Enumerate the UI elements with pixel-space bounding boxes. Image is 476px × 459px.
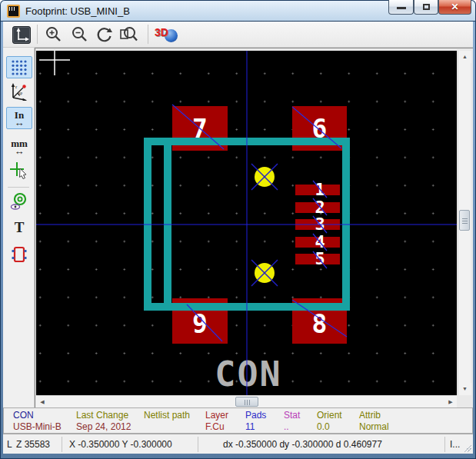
- polar-coords-icon: r φ: [10, 82, 28, 101]
- status-divider: [62, 437, 62, 452]
- reference-label: CON: [13, 410, 34, 421]
- footprint-edges-button[interactable]: [6, 243, 32, 265]
- status-divider: [444, 437, 445, 452]
- mounting-hole[interactable]: [255, 263, 275, 283]
- stat-label: Stat: [284, 410, 300, 421]
- 3d-viewer-button[interactable]: 3D: [153, 25, 179, 45]
- pad-number: 7: [172, 114, 228, 144]
- netlist-path-label: Netlist path: [144, 410, 190, 421]
- fit-footprint-icon: [12, 26, 31, 44]
- zoom-in-button[interactable]: [43, 25, 65, 45]
- top-toolbar: 3D: [3, 22, 473, 48]
- zoom-in-icon: [45, 25, 63, 44]
- maximize-button[interactable]: [414, 0, 438, 15]
- zoom-level: Z 35583: [16, 439, 50, 450]
- mounting-hole[interactable]: [255, 167, 275, 187]
- footprint-edges-icon: [10, 245, 28, 264]
- last-change-value: Sep 24, 2012: [76, 421, 131, 432]
- reference-text[interactable]: CON: [208, 354, 288, 394]
- horizontal-scrollbar[interactable]: ◀ ▶: [36, 395, 457, 407]
- horizontal-arrow-icon: ↔: [15, 119, 25, 126]
- grid-toggle-button[interactable]: [6, 56, 32, 78]
- toolbar-separator: [37, 25, 38, 44]
- stat-value: ..: [284, 421, 289, 432]
- pad-number: 5: [310, 249, 330, 268]
- pad-display-icon: [10, 192, 28, 211]
- close-button[interactable]: ✕: [438, 0, 471, 15]
- thumb-grip: [245, 400, 245, 405]
- status-divider: [198, 437, 198, 452]
- horizontal-scroll-thumb[interactable]: [235, 397, 258, 407]
- scroll-up-button[interactable]: ▲: [458, 51, 471, 63]
- toolbar-separator: [8, 187, 29, 188]
- last-change-label: Last Change: [76, 410, 128, 421]
- fit-footprint-button[interactable]: [11, 25, 32, 45]
- pad-display-button[interactable]: [6, 190, 32, 212]
- svg-text:φ: φ: [19, 90, 22, 96]
- orient-label: Orient: [317, 410, 342, 421]
- app-icon: [7, 5, 20, 18]
- layer-label: Layer: [205, 410, 228, 421]
- scroll-down-button[interactable]: ▼: [458, 383, 471, 395]
- layer-value: F.Cu: [205, 421, 225, 432]
- 3d-label: 3D: [155, 26, 168, 38]
- polar-coords-button[interactable]: r φ: [6, 80, 32, 102]
- zoom-selection-icon: [118, 25, 138, 44]
- relative-position: dx -0.350000 dy -0.300000 d 0.460977: [223, 439, 382, 450]
- pad-number: 3: [310, 215, 330, 234]
- scroll-left-button[interactable]: ◀: [36, 396, 48, 408]
- app-window: Footprint: USB_MINI_B ✕: [0, 0, 476, 459]
- pads-count: 11: [245, 421, 255, 432]
- left-toolbar: r φ In ↔ mm ↔: [3, 48, 35, 407]
- units-indicator: I...: [450, 439, 460, 450]
- maximize-icon: [423, 4, 430, 10]
- vertical-scrollbar[interactable]: ▲ ▼: [458, 51, 471, 395]
- zoom-out-icon: [71, 25, 89, 44]
- redraw-button[interactable]: [94, 25, 115, 45]
- close-icon: ✕: [451, 2, 458, 12]
- canvas-frame: 7 6 9 8 1 2 3 4 5 CON: [35, 48, 473, 407]
- mode-indicator: L: [7, 439, 12, 450]
- pad-number: 6: [292, 114, 347, 144]
- status-bar: L Z 35583 X -0.350000 Y -0.300000 dx -0.…: [3, 434, 473, 454]
- scroll-right-button[interactable]: ▶: [444, 396, 457, 408]
- pad-number: 1: [310, 180, 330, 199]
- cursor-shape-button[interactable]: [6, 158, 32, 181]
- pad-number: 8: [292, 309, 347, 339]
- units-inches-button[interactable]: In ↔: [6, 107, 32, 129]
- cursor-position: X -0.350000 Y -0.300000: [69, 439, 172, 450]
- title-bar: Footprint: USB_MINI_B ✕: [0, 0, 476, 22]
- zoom-out-button[interactable]: [69, 25, 91, 45]
- footprint-info-panel: CON USB-Mini-B Last Change Sep 24, 2012 …: [3, 407, 473, 434]
- resize-grip[interactable]: [464, 444, 471, 452]
- toolbar-separator: [148, 25, 148, 44]
- horizontal-arrow-icon: ↔: [15, 148, 25, 155]
- attrib-value: Normal: [359, 421, 389, 432]
- minimize-icon: [397, 7, 406, 9]
- text-icon: T: [15, 219, 25, 236]
- vertical-scroll-thumb[interactable]: [459, 210, 470, 231]
- grid-icon: [11, 59, 28, 76]
- value-label: USB-Mini-B: [13, 421, 62, 432]
- svg-text:r: r: [15, 84, 18, 90]
- editor-canvas[interactable]: 7 6 9 8 1 2 3 4 5 CON: [36, 51, 457, 395]
- units-mm-button[interactable]: mm ↔: [6, 135, 32, 158]
- cursor-crosshair: [39, 51, 70, 75]
- 3d-viewer-icon: 3D: [155, 25, 178, 44]
- redraw-icon: [95, 25, 114, 44]
- thumb-grip: [462, 218, 468, 219]
- attrib-label: Attrib: [359, 410, 381, 421]
- window-title: Footprint: USB_MINI_B: [25, 5, 130, 17]
- footprint-outline-divider[interactable]: [164, 138, 171, 311]
- pads-label: Pads: [245, 410, 266, 421]
- pad-number: 9: [172, 309, 228, 339]
- minimize-button[interactable]: [388, 0, 414, 15]
- text-tool-button[interactable]: T: [6, 216, 32, 238]
- orient-value: 0.0: [317, 421, 330, 432]
- cursor-shape-icon: [10, 161, 28, 179]
- zoom-selection-button[interactable]: [118, 25, 139, 45]
